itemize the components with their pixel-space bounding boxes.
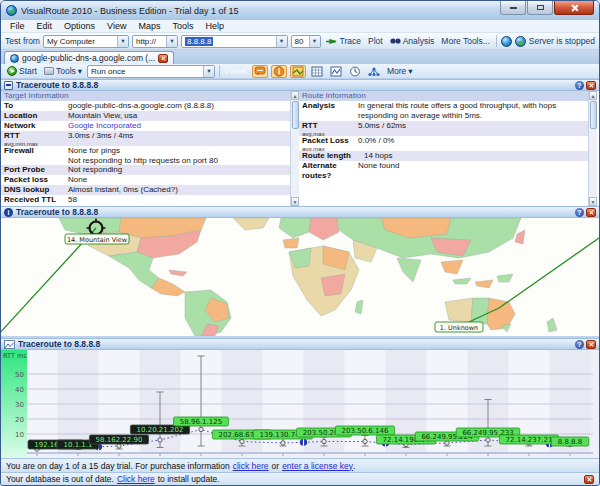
menu-options[interactable]: Options [58,21,101,31]
maximize-icon [537,5,544,10]
row-packet-loss: Packet loss None [1,175,290,185]
port-select[interactable]: 80 ▼ [291,35,321,48]
hop-point[interactable] [240,439,244,443]
update-link[interactable]: Click here [117,474,155,484]
run-mode-select[interactable]: Run once ▼ [87,65,215,78]
map-panel-header: i Traceroute to 8.8.8.8 ? [1,206,599,218]
info-view-button[interactable] [271,65,287,78]
close-icon [589,342,594,347]
history-view-button[interactable] [347,65,363,78]
analysis-button[interactable]: Analysis [388,36,437,46]
purchase-link[interactable]: click here [233,461,269,471]
rtt-graph[interactable]: 192.168.1.110.1.1.158.162.22.9010.20.21.… [1,350,599,458]
route-view-button[interactable] [252,65,268,78]
collapse-icon[interactable] [4,81,13,90]
panel-close-button[interactable] [586,340,596,349]
test-source-select[interactable]: My Computer ▼ [43,35,129,48]
hop-point[interactable] [486,438,490,442]
hop-point[interactable] [322,439,326,443]
overflow-arrow-icon: ▾ [78,66,82,76]
more-views-button[interactable]: More ▾ [385,66,415,76]
scroll-down-icon[interactable]: ▼ [589,197,597,206]
help-icon[interactable]: ? [575,340,584,349]
world-map[interactable]: 14. Mountain View 1. Unknown [1,218,599,336]
tab-close-button[interactable] [158,54,168,63]
route-info-header: Route Information [299,91,588,101]
hop-point[interactable] [158,438,162,442]
hop-point[interactable] [117,444,121,448]
scroll-down-icon[interactable]: ▼ [291,197,299,206]
route-scrollbar[interactable]: ▲ ▼ [588,91,597,206]
panel-close-button[interactable] [586,208,596,217]
svg-text:1. Unknown: 1. Unknown [440,324,478,332]
help-icon[interactable]: ? [575,208,584,217]
minimize-button[interactable] [500,1,526,15]
window-controls [500,1,594,15]
hop-point[interactable] [445,441,449,445]
row-rtt: RTTavg,min,max 3.0ms / 3ms / 4ms [1,131,290,146]
scroll-up-icon[interactable]: ▲ [291,91,299,100]
topology-view-button[interactable] [366,65,382,78]
trial-text: You are on day 1 of a 15 day trial. For … [6,461,230,471]
database-text: Your database is out of date. [6,474,114,484]
menu-tools[interactable]: Tools [166,21,199,31]
trace-button[interactable]: Trace [324,36,363,46]
route-view-icon [254,66,266,77]
more-tools-button[interactable]: More Tools... [439,36,492,46]
row-route-length: Route length 14 hops [299,151,588,161]
panel-close-button[interactable] [586,81,596,90]
menu-view[interactable]: View [101,21,132,31]
graph-panel-title: Traceroute to 8.8.8.8 [18,339,100,349]
server-globe-icon[interactable] [515,36,526,47]
maximize-button[interactable] [527,1,553,15]
server-status-label: Server is stopped [529,36,595,46]
tab-label: google-public-dns-a.google.com (... [22,53,155,63]
close-icon [570,4,578,12]
menu-maps[interactable]: Maps [132,21,166,31]
start-button[interactable]: Start [5,66,39,76]
dropdown-arrow-icon[interactable]: ▼ [117,36,128,47]
graph-view-button[interactable] [328,65,344,78]
plot-button[interactable]: Plot [366,36,385,46]
dropdown-arrow-icon[interactable]: ▼ [276,36,287,47]
row-alternate-routes: Alternate routes? None found [299,161,588,180]
protocol-select[interactable]: http:// ▼ [132,35,178,48]
tab-traceroute[interactable]: google-public-dns-a.google.com (... [4,51,174,64]
help-icon[interactable]: ? [575,81,584,90]
menu-file[interactable]: File [4,21,31,31]
main-toolbar: Test from My Computer ▼ http:// ▼ 8.8.8.… [1,33,599,50]
tab-globe-icon [10,54,19,63]
hop-point[interactable] [281,441,285,445]
overflow-arrow-icon: ▾ [408,66,412,76]
scrollbar-thumb[interactable] [590,101,597,129]
scroll-up-icon[interactable]: ▲ [589,91,597,100]
network-link[interactable]: Google Incorporated [68,121,290,131]
hop-point[interactable] [199,427,203,431]
row-received-ttl: Received TTL 58 [1,195,290,205]
dropdown-arrow-icon[interactable]: ▼ [309,36,320,47]
close-button[interactable] [554,1,594,15]
target-scrollbar[interactable]: ▲ ▼ [290,91,299,206]
row-network: Network Google Incorporated [1,121,290,131]
menu-edit[interactable]: Edit [31,21,59,31]
origin-label[interactable]: 1. Unknown [435,322,483,332]
y-tick-label: 20 [15,416,24,424]
tools-button[interactable]: Tools ▾ [42,66,84,76]
table-view-button[interactable] [309,65,325,78]
dismiss-update-button[interactable] [584,475,594,484]
target-info-column: Target Information To google-public-dns-… [1,91,290,206]
hop-point[interactable] [363,439,367,443]
map-view-button[interactable] [290,65,306,78]
svg-text:72.14.237.21: 72.14.237.21 [506,436,553,444]
row-route-rtt: RTTavg,max 5.0ms / 62ms [299,121,588,136]
destination-label[interactable]: 14. Mountain View [65,234,129,244]
svg-text:14. Mountain View: 14. Mountain View [67,236,128,244]
address-input[interactable]: 8.8.8.8 ▼ [181,35,288,48]
scrollbar-thumb[interactable] [292,101,299,129]
dropdown-arrow-icon[interactable]: ▼ [166,36,177,47]
world-globe-icon[interactable] [501,36,512,47]
dropdown-arrow-icon[interactable]: ▼ [203,66,214,77]
trial-status-bar: You are on day 1 of a 15 day trial. For … [1,458,599,472]
license-key-link[interactable]: enter a license key [282,461,353,471]
menu-help[interactable]: Help [199,21,230,31]
